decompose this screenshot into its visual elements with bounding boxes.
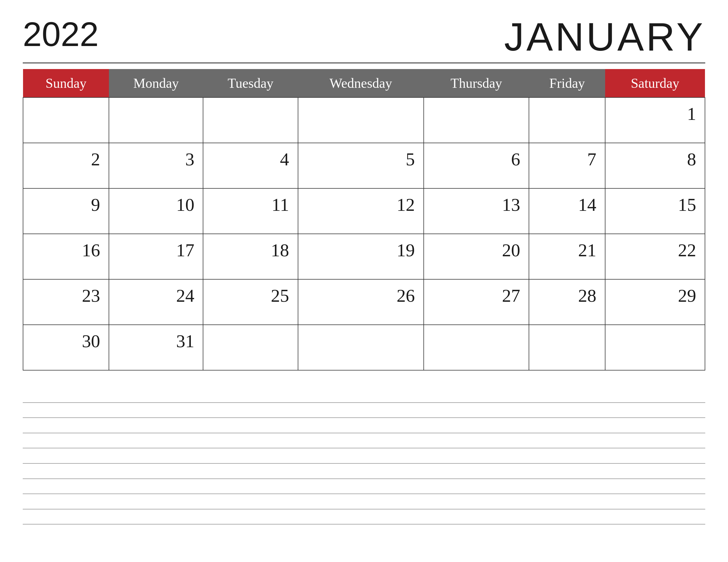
- note-line: [23, 448, 705, 448]
- calendar-day-cell: 13: [424, 188, 529, 234]
- calendar-week-row: 3031: [23, 325, 705, 370]
- notes-section: [23, 379, 705, 545]
- calendar-day-cell: 12: [298, 188, 424, 234]
- calendar-day-cell: 23: [23, 279, 109, 325]
- calendar-day-cell: 11: [203, 188, 298, 234]
- calendar-day-cell: 18: [203, 234, 298, 279]
- calendar-day-cell: 30: [23, 325, 109, 370]
- calendar-day-cell: 17: [109, 234, 203, 279]
- note-line: [23, 478, 705, 479]
- calendar-page: 2022 JANUARY Sunday Monday Tuesday Wedne…: [0, 0, 728, 562]
- calendar-day-cell: 5: [298, 143, 424, 188]
- calendar-day-cell: 29: [605, 279, 705, 325]
- calendar-day-cell: 8: [605, 143, 705, 188]
- calendar-week-row: 1: [23, 98, 705, 143]
- calendar-day-cell: [109, 98, 203, 143]
- calendar-day-cell: 7: [529, 143, 605, 188]
- calendar-day-cell: 26: [298, 279, 424, 325]
- calendar-header: 2022 JANUARY: [23, 17, 705, 57]
- header-saturday: Saturday: [605, 69, 705, 98]
- header-sunday: Sunday: [23, 69, 109, 98]
- calendar-day-cell: 14: [529, 188, 605, 234]
- calendar-week-row: 9101112131415: [23, 188, 705, 234]
- calendar-day-cell: 22: [605, 234, 705, 279]
- calendar-day-cell: 28: [529, 279, 605, 325]
- calendar-day-cell: [529, 98, 605, 143]
- calendar-day-cell: 15: [605, 188, 705, 234]
- note-line: [23, 493, 705, 494]
- calendar-day-cell: [298, 98, 424, 143]
- calendar-day-cell: [203, 325, 298, 370]
- calendar-day-cell: 6: [424, 143, 529, 188]
- calendar-day-cell: 27: [424, 279, 529, 325]
- calendar-day-cell: 19: [298, 234, 424, 279]
- calendar-week-row: 23242526272829: [23, 279, 705, 325]
- header-divider: [23, 63, 705, 63]
- month-label: JANUARY: [504, 17, 705, 57]
- calendar-day-cell: 2: [23, 143, 109, 188]
- calendar-day-cell: 24: [109, 279, 203, 325]
- header-tuesday: Tuesday: [203, 69, 298, 98]
- calendar-day-cell: 20: [424, 234, 529, 279]
- header-friday: Friday: [529, 69, 605, 98]
- calendar-day-cell: [424, 325, 529, 370]
- calendar-day-cell: 16: [23, 234, 109, 279]
- note-line: [23, 417, 705, 418]
- note-line: [23, 524, 705, 524]
- calendar-day-cell: [298, 325, 424, 370]
- calendar-day-cell: 3: [109, 143, 203, 188]
- calendar-day-cell: 1: [605, 98, 705, 143]
- note-line: [23, 509, 705, 509]
- header-thursday: Thursday: [424, 69, 529, 98]
- calendar-day-cell: 10: [109, 188, 203, 234]
- calendar-table: Sunday Monday Tuesday Wednesday Thursday…: [23, 69, 705, 370]
- note-line: [23, 463, 705, 464]
- calendar-day-cell: 25: [203, 279, 298, 325]
- calendar-week-row: 2345678: [23, 143, 705, 188]
- calendar-day-cell: 31: [109, 325, 203, 370]
- days-header-row: Sunday Monday Tuesday Wednesday Thursday…: [23, 69, 705, 98]
- calendar-day-cell: [605, 325, 705, 370]
- calendar-day-cell: [424, 98, 529, 143]
- calendar-week-row: 16171819202122: [23, 234, 705, 279]
- calendar-day-cell: 4: [203, 143, 298, 188]
- header-monday: Monday: [109, 69, 203, 98]
- calendar-day-cell: [203, 98, 298, 143]
- calendar-day-cell: [529, 325, 605, 370]
- header-wednesday: Wednesday: [298, 69, 424, 98]
- calendar-day-cell: 21: [529, 234, 605, 279]
- calendar-day-cell: 9: [23, 188, 109, 234]
- calendar-day-cell: [23, 98, 109, 143]
- note-line: [23, 433, 705, 433]
- note-line: [23, 402, 705, 403]
- year-label: 2022: [23, 17, 99, 51]
